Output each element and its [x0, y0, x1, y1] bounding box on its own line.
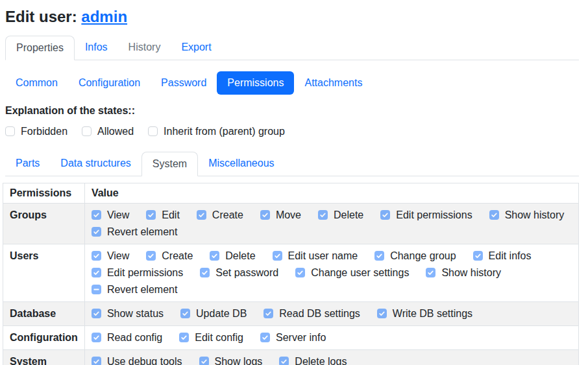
tab-infos[interactable]: Infos — [75, 36, 118, 60]
groups-permission-view[interactable]: View — [92, 207, 129, 224]
checkbox-checked-icon[interactable] — [426, 268, 435, 277]
page-title: Edit user: admin — [5, 8, 579, 27]
system-permission-delete-logs[interactable]: Delete logs — [279, 353, 347, 365]
perm-tab-miscellaneous[interactable]: Miscellaneous — [198, 152, 284, 176]
perm-tab-parts[interactable]: Parts — [5, 152, 50, 176]
checkbox-checked-icon[interactable] — [260, 210, 270, 220]
edited-user-link[interactable]: admin — [81, 8, 127, 25]
permission-checkbox-line: Revert element — [92, 224, 572, 241]
checkbox-unchecked-icon[interactable] — [148, 126, 158, 136]
permission-category-label: System — [3, 349, 85, 365]
permissions-table-body: GroupsViewEditCreateMoveDeleteEdit permi… — [3, 203, 579, 365]
checkbox-checked-icon[interactable] — [146, 210, 156, 220]
groups-permission-revert-element[interactable]: Revert element — [92, 224, 178, 241]
checkbox-checked-icon[interactable] — [273, 251, 282, 261]
table-header-row: PermissionsValue — [3, 183, 579, 203]
checkbox-checked-icon[interactable] — [199, 357, 209, 365]
properties-sub-tabs: CommonConfigurationPasswordPermissionsAt… — [5, 71, 579, 95]
users-permission-change-group[interactable]: Change group — [374, 248, 456, 265]
tab-properties[interactable]: Properties — [5, 36, 75, 60]
users-permission-edit-user-name[interactable]: Edit user name — [273, 248, 358, 265]
pill-attachments[interactable]: Attachments — [294, 71, 373, 95]
checkbox-checked-icon[interactable] — [489, 210, 499, 220]
checkbox-label: Edit permissions — [107, 266, 183, 279]
permission-category-label: Users — [3, 244, 85, 301]
checkbox-checked-icon[interactable] — [197, 210, 206, 220]
checkbox-checked-icon[interactable] — [92, 333, 101, 342]
groups-permission-create[interactable]: Create — [197, 207, 243, 224]
permission-row-groups: GroupsViewEditCreateMoveDeleteEdit permi… — [3, 203, 579, 244]
checkbox-checked-icon[interactable] — [263, 309, 273, 318]
checkbox-label: Delete logs — [295, 355, 347, 365]
checkbox-label: Edit infos — [489, 250, 532, 263]
configuration-permission-edit-config[interactable]: Edit config — [179, 329, 243, 346]
users-permission-edit-infos[interactable]: Edit infos — [473, 248, 532, 265]
users-permission-revert-element[interactable]: Revert element — [92, 281, 178, 298]
checkbox-checked-icon[interactable] — [92, 309, 101, 318]
permission-checkbox-line: Revert element — [92, 281, 572, 298]
checkbox-checked-icon[interactable] — [374, 251, 384, 261]
checkbox-checked-icon[interactable] — [92, 210, 101, 220]
perm-tab-system[interactable]: System — [141, 152, 198, 176]
pill-configuration[interactable]: Configuration — [68, 71, 151, 95]
main-tabs: PropertiesInfosHistoryExport — [5, 36, 579, 60]
users-permission-edit-permissions[interactable]: Edit permissions — [92, 265, 183, 281]
checkbox-checked-icon[interactable] — [146, 251, 156, 261]
groups-permission-edit[interactable]: Edit — [146, 207, 180, 224]
permissions-table-head: PermissionsValue — [3, 183, 579, 203]
pill-password[interactable]: Password — [151, 71, 217, 95]
checkbox-checked-icon[interactable] — [200, 268, 210, 277]
tab-export[interactable]: Export — [171, 36, 221, 60]
checkbox-unchecked-icon[interactable] — [82, 126, 92, 136]
checkbox-checked-icon[interactable] — [180, 309, 190, 318]
state-checkbox-forbidden[interactable]: Forbidden — [5, 123, 67, 140]
perm-tab-data-structures[interactable]: Data structures — [50, 152, 141, 176]
permission-category-label: Database — [3, 301, 85, 325]
configuration-permission-server-info[interactable]: Server info — [260, 329, 326, 346]
state-checkbox-inherit-from-parent-group[interactable]: Inherit from (parent) group — [148, 123, 285, 140]
checkbox-checked-icon[interactable] — [179, 333, 189, 342]
users-permission-show-history[interactable]: Show history — [426, 265, 501, 281]
users-permission-delete[interactable]: Delete — [210, 248, 255, 265]
checkbox-unchecked-icon[interactable] — [5, 126, 15, 136]
checkbox-checked-icon[interactable] — [380, 210, 390, 220]
database-permission-show-status[interactable]: Show status — [92, 305, 164, 322]
database-permission-update-db[interactable]: Update DB — [180, 305, 247, 322]
checkbox-checked-icon[interactable] — [279, 357, 289, 365]
permission-checkbox-line: Use debug toolsShow logsDelete logs — [92, 353, 572, 365]
users-permission-change-user-settings[interactable]: Change user settings — [295, 265, 409, 281]
checkbox-checked-icon[interactable] — [92, 268, 101, 277]
groups-permission-edit-permissions[interactable]: Edit permissions — [380, 207, 472, 224]
checkbox-checked-icon[interactable] — [473, 251, 483, 261]
checkbox-indeterminate-icon[interactable] — [92, 285, 101, 294]
database-permission-read-db-settings[interactable]: Read DB settings — [263, 305, 360, 322]
checkbox-checked-icon[interactable] — [295, 268, 305, 277]
database-permission-write-db-settings[interactable]: Write DB settings — [377, 305, 472, 322]
checkbox-checked-icon[interactable] — [377, 309, 387, 318]
pill-common[interactable]: Common — [5, 71, 68, 95]
checkbox-checked-icon[interactable] — [260, 333, 270, 342]
checkbox-checked-icon[interactable] — [318, 210, 328, 220]
states-legend-heading: Explanation of the states:: — [5, 104, 579, 117]
checkbox-checked-icon[interactable] — [92, 251, 101, 261]
checkbox-label: Delete — [334, 209, 363, 222]
users-permission-create[interactable]: Create — [146, 248, 193, 265]
permission-row-configuration: ConfigurationRead configEdit configServe… — [3, 325, 579, 349]
permission-category-tabs: PartsData structuresSystemMiscellaneous — [5, 152, 579, 176]
groups-permission-show-history[interactable]: Show history — [489, 207, 565, 224]
users-permission-view[interactable]: View — [92, 248, 129, 265]
permission-row-users: UsersViewCreateDeleteEdit user nameChang… — [3, 244, 579, 301]
configuration-permission-read-config[interactable]: Read config — [92, 329, 162, 346]
permissions-table: PermissionsValue GroupsViewEditCreateMov… — [3, 183, 579, 365]
checkbox-checked-icon[interactable] — [92, 357, 101, 365]
users-permission-set-password[interactable]: Set password — [200, 265, 278, 281]
system-permission-use-debug-tools[interactable]: Use debug tools — [92, 353, 182, 365]
checkbox-checked-icon[interactable] — [210, 251, 219, 261]
groups-permission-move[interactable]: Move — [260, 207, 301, 224]
permission-values-cell: Use debug toolsShow logsDelete logs — [84, 349, 578, 365]
pill-permissions[interactable]: Permissions — [217, 71, 294, 95]
checkbox-checked-icon[interactable] — [92, 227, 101, 237]
groups-permission-delete[interactable]: Delete — [318, 207, 363, 224]
system-permission-show-logs[interactable]: Show logs — [199, 353, 263, 365]
state-checkbox-allowed[interactable]: Allowed — [82, 123, 134, 140]
